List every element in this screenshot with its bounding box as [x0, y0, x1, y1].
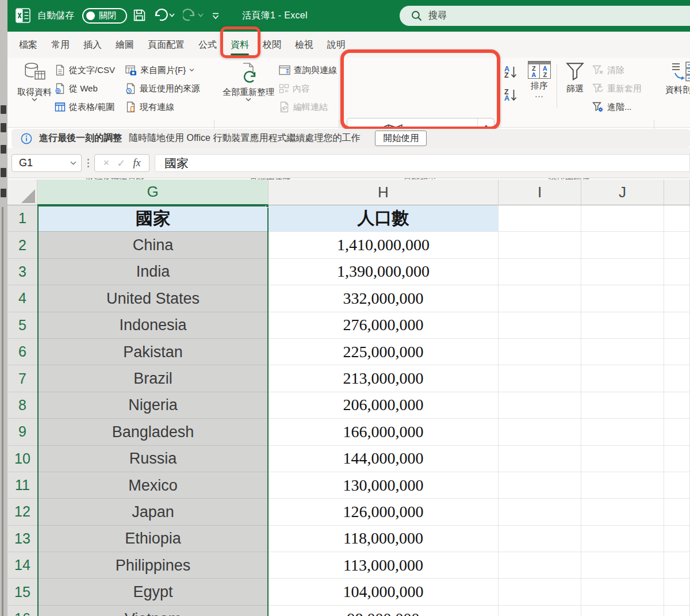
cell-empty[interactable]: [664, 579, 690, 605]
cell-population[interactable]: 206,000,000: [269, 392, 499, 419]
existing-connections-button[interactable]: 現有連線: [125, 99, 174, 115]
column-header-j[interactable]: J: [581, 179, 664, 205]
cell-empty[interactable]: [664, 232, 690, 258]
cell-country[interactable]: United States: [37, 285, 269, 312]
row-number[interactable]: 2: [7, 232, 37, 258]
row-number[interactable]: 11: [7, 472, 37, 499]
save-icon[interactable]: [133, 9, 146, 22]
queries-connections-button[interactable]: 查詢與連線: [279, 62, 337, 78]
cell-population[interactable]: 118,000,000: [269, 526, 499, 552]
cell-empty[interactable]: [664, 446, 690, 472]
cell-country[interactable]: Indonesia: [37, 312, 269, 339]
cell-country[interactable]: India: [37, 259, 269, 285]
row-number[interactable]: 9: [7, 419, 37, 445]
text-to-columns-button[interactable]: 資料剖析: [658, 61, 690, 95]
cell-empty[interactable]: [499, 552, 581, 579]
cell-country[interactable]: Vietnam: [37, 606, 269, 616]
tab-help[interactable]: 說明: [320, 32, 352, 58]
cell-empty[interactable]: [664, 392, 690, 419]
search-box[interactable]: 搜尋: [400, 6, 690, 26]
cell-empty[interactable]: [581, 232, 664, 258]
cell-country[interactable]: Japan: [37, 499, 269, 525]
cell-country[interactable]: Mexico: [37, 472, 269, 499]
column-header-g[interactable]: G: [37, 179, 269, 205]
cell-empty[interactable]: [581, 392, 664, 419]
cell-empty[interactable]: [664, 285, 690, 312]
row-number[interactable]: 12: [7, 499, 37, 525]
cell-country[interactable]: Egypt: [37, 579, 269, 605]
cell-empty[interactable]: [581, 606, 664, 616]
row-number[interactable]: 4: [7, 285, 37, 312]
cell-empty[interactable]: [499, 312, 581, 339]
row-number[interactable]: 15: [7, 579, 37, 605]
cell-empty[interactable]: [581, 472, 664, 499]
advanced-filter-button[interactable]: 進階...: [592, 99, 632, 115]
cell-population[interactable]: 130,000,000: [269, 472, 499, 499]
cell-empty[interactable]: [581, 285, 664, 312]
cell-empty[interactable]: [664, 339, 690, 365]
name-box[interactable]: G1: [12, 154, 82, 172]
active-cell-g1[interactable]: 國家: [37, 205, 269, 232]
row-number[interactable]: 6: [7, 339, 37, 365]
row-number[interactable]: 16: [7, 606, 37, 616]
cell-empty[interactable]: [499, 446, 581, 472]
cell-population[interactable]: 144,000,000: [269, 446, 499, 472]
cell-empty[interactable]: [664, 499, 690, 525]
cell-empty[interactable]: [499, 419, 581, 445]
cell-empty[interactable]: [664, 552, 690, 579]
cell-empty[interactable]: [499, 259, 581, 285]
cell-empty[interactable]: [664, 259, 690, 285]
row-number[interactable]: 1: [7, 205, 37, 232]
row-number[interactable]: 8: [7, 392, 37, 419]
cell-population[interactable]: 104,000,000: [269, 579, 499, 605]
resize-dots-icon[interactable]: [87, 159, 89, 160]
cell-empty[interactable]: [581, 339, 664, 365]
column-header-i[interactable]: I: [499, 179, 581, 205]
cell-empty[interactable]: [581, 419, 664, 445]
cell-population[interactable]: 225,000,000: [269, 339, 499, 365]
cell-population[interactable]: 213,000,000: [269, 365, 499, 392]
formula-input[interactable]: 國家: [155, 154, 690, 172]
chevron-down-icon[interactable]: [70, 161, 76, 166]
cell-country[interactable]: Pakistan: [37, 339, 269, 365]
get-data-button[interactable]: 取得資料: [16, 61, 53, 102]
cell-population[interactable]: 98,000,000: [269, 606, 499, 616]
cell-h1[interactable]: 人口數: [269, 205, 499, 232]
recent-sources-button[interactable]: 最近使用的來源: [125, 81, 200, 97]
cell-empty[interactable]: [499, 205, 581, 232]
cell-population[interactable]: 1,410,000,000: [269, 232, 499, 258]
cell-empty[interactable]: [499, 579, 581, 605]
from-picture-button[interactable]: 來自圖片{F}: [125, 62, 194, 78]
sort-button[interactable]: ZA AZ 排序 ...: [524, 61, 554, 97]
autosave-toggle[interactable]: 關閉: [82, 8, 127, 24]
cell-population[interactable]: 113,000,000: [269, 552, 499, 579]
row-number[interactable]: 5: [7, 312, 37, 339]
cell-country[interactable]: Ethiopia: [37, 526, 269, 552]
select-all-corner[interactable]: [7, 179, 37, 205]
tab-data[interactable]: 資料: [224, 32, 256, 58]
cell-empty[interactable]: [499, 339, 581, 365]
column-header-h[interactable]: H: [269, 179, 499, 205]
cell-country[interactable]: Philippines: [37, 552, 269, 579]
tab-view[interactable]: 檢視: [288, 32, 320, 58]
cell-population[interactable]: 276,000,000: [269, 312, 499, 339]
cell-empty[interactable]: [664, 526, 690, 552]
cell-empty[interactable]: [581, 446, 664, 472]
cell-empty[interactable]: [581, 365, 664, 392]
tab-insert[interactable]: 插入: [76, 32, 109, 58]
tab-formulas[interactable]: 公式: [191, 32, 224, 58]
tab-draw[interactable]: 繪圖: [109, 32, 141, 58]
cell-country[interactable]: Nigeria: [37, 392, 269, 419]
tab-home[interactable]: 常用: [44, 32, 76, 58]
cell-empty[interactable]: [499, 606, 581, 616]
cell-population[interactable]: 332,000,000: [269, 285, 499, 312]
column-header-partial[interactable]: [664, 179, 690, 205]
cell-country[interactable]: Bangladesh: [37, 419, 269, 445]
cell-empty[interactable]: [664, 365, 690, 392]
cell-population[interactable]: 126,000,000: [269, 499, 499, 525]
filter-button[interactable]: 篩選: [561, 61, 589, 94]
cell-population[interactable]: 166,000,000: [269, 419, 499, 445]
cell-empty[interactable]: [499, 499, 581, 525]
cell-country[interactable]: Brazil: [37, 365, 269, 392]
insert-function-icon[interactable]: fx: [133, 157, 140, 169]
